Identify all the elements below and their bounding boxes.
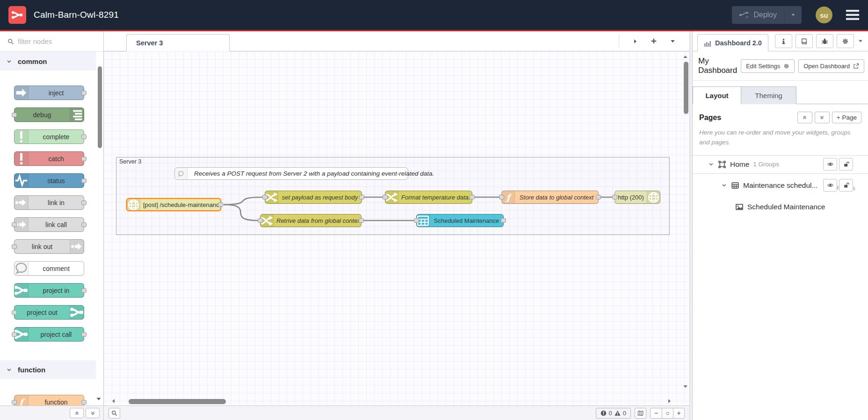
info-button[interactable] [775, 34, 792, 48]
node-port-out[interactable] [359, 195, 364, 199]
add-flow-button[interactable]: + [644, 36, 663, 47]
comment-node[interactable]: Receives a POST request from Server 2 wi… [174, 167, 408, 180]
node-port-in[interactable] [12, 244, 17, 249]
collapse-pages-button[interactable] [797, 112, 812, 123]
zoom-out-button[interactable]: − [651, 408, 662, 418]
node-catch[interactable]: catch [14, 151, 84, 166]
vscroll-thumb[interactable] [684, 62, 688, 114]
node-project-call[interactable]: project call [14, 327, 84, 342]
node-link-in[interactable]: link in [14, 195, 84, 210]
node-port-in[interactable] [12, 310, 17, 315]
node-port-out[interactable] [81, 332, 87, 337]
tab-layout[interactable]: Layout [693, 86, 741, 104]
deploy-options-button[interactable] [784, 6, 802, 24]
edit-settings-button[interactable]: Edit Settings [741, 59, 795, 73]
hscroll-left-arrow[interactable] [110, 398, 116, 404]
node-port-out[interactable] [218, 202, 223, 207]
node-retrive-data-from-global-context[interactable]: Retrive data from global context [260, 214, 362, 227]
gear-button[interactable] [837, 34, 854, 48]
flow-tab-server3[interactable]: Server 3 [126, 34, 230, 51]
node-port-out[interactable] [81, 288, 87, 293]
palette-category-common[interactable]: common [0, 52, 96, 71]
node-port-out[interactable] [81, 222, 87, 227]
canvas-search-button[interactable] [108, 408, 120, 419]
filter-nodes-input[interactable] [18, 37, 83, 45]
node-link-out[interactable]: link out [14, 239, 84, 254]
node-scheduled-maintenance[interactable]: Scheduled Maintenance [416, 214, 504, 227]
node-debug[interactable]: debug [14, 107, 84, 122]
node-format-temperature-data-[interactable]: Format temperature data. [385, 191, 472, 204]
node-complete[interactable]: complete [14, 129, 84, 144]
node-port-out[interactable] [81, 178, 87, 183]
node-port-out[interactable] [81, 157, 87, 161]
hamburger-menu-icon[interactable] [846, 10, 860, 20]
palette-category-function[interactable]: function [0, 360, 96, 379]
node-port-out[interactable] [81, 135, 87, 139]
node-inject[interactable]: inject [14, 85, 84, 100]
node-store-data-to-global-context[interactable]: ƒStore data to global context [501, 191, 599, 204]
node-set-payload-as-request-body[interactable]: set payload as request body [265, 191, 362, 204]
visibility-toggle-button[interactable] [823, 179, 837, 192]
node-project-in[interactable]: project in [14, 283, 84, 298]
user-avatar[interactable]: su [816, 7, 832, 23]
node-port-out[interactable] [81, 200, 87, 205]
node-comment[interactable]: comment [14, 261, 84, 276]
node-port-out[interactable] [359, 218, 364, 223]
node-port-in[interactable] [612, 195, 617, 199]
hscroll-right-arrow[interactable] [666, 398, 673, 404]
node-port-in[interactable] [12, 113, 17, 117]
node-http-200-[interactable]: http (200) [615, 191, 660, 204]
expand-all-categories-button[interactable] [86, 408, 100, 418]
node-link-call[interactable]: link call [14, 217, 84, 232]
chevron-down-icon[interactable] [709, 162, 714, 167]
node-port-out[interactable] [81, 400, 87, 405]
tree-item-home[interactable]: Home1 Groups [693, 155, 868, 174]
expand-pages-button[interactable] [815, 112, 830, 123]
node-port-in[interactable] [258, 218, 263, 223]
hscroll-thumb[interactable] [129, 399, 226, 404]
palette-scrollbar-thumb[interactable] [98, 66, 102, 148]
palette-filter[interactable] [0, 31, 103, 52]
open-dashboard-button[interactable]: Open Dashboard [798, 59, 864, 73]
vscroll-up-arrow[interactable] [682, 54, 688, 60]
node-port-in[interactable] [12, 400, 17, 405]
node-port-in[interactable] [383, 195, 388, 199]
tab-theming[interactable]: Theming [741, 86, 796, 104]
chevron-down-icon[interactable] [722, 183, 727, 188]
node-port-out[interactable] [596, 195, 601, 199]
sidebar-splitter[interactable] [689, 31, 693, 420]
next-tab-button[interactable] [626, 38, 644, 44]
node-port-in[interactable] [414, 218, 419, 223]
node-port-out[interactable] [501, 218, 506, 223]
node-status[interactable]: status [14, 173, 84, 188]
collapse-all-categories-button[interactable] [70, 408, 84, 418]
sidebar-tab-list-icon[interactable] [858, 38, 863, 44]
node-function[interactable]: ƒfunction [14, 395, 84, 406]
add-page-button[interactable]: + Page [832, 112, 861, 123]
zoom-reset-button[interactable]: ○ [662, 408, 673, 418]
tab-dashboard-2[interactable]: Dashboard 2.0 [697, 34, 768, 51]
node-port-in[interactable] [262, 195, 268, 199]
palette-scroll-down-icon[interactable] [95, 396, 102, 402]
vscroll-down-arrow[interactable] [682, 384, 688, 390]
node-port-out[interactable] [81, 91, 87, 95]
lock-toggle-button[interactable] [839, 158, 853, 171]
node--post-schedule-maintenance[interactable]: [post] /schedule-maintenance [126, 198, 221, 211]
flow-canvas[interactable]: Server 3 Receives a POST request from Se… [104, 51, 689, 406]
node-project-out[interactable]: project out [14, 305, 84, 320]
book-button[interactable] [796, 34, 813, 48]
visibility-toggle-button[interactable] [823, 158, 837, 171]
lock-toggle-button[interactable] [839, 179, 853, 192]
tree-item-scheduled-maintenance[interactable]: Scheduled Maintenance [693, 197, 868, 217]
node-port-in[interactable] [499, 195, 504, 199]
tab-list-button[interactable] [663, 38, 682, 44]
tree-item-maintenance-schedul-[interactable]: Maintenance schedul...1 Widgets [693, 174, 868, 197]
deploy-button[interactable]: Deploy [732, 6, 802, 24]
navigator-minimap-button[interactable] [635, 408, 646, 419]
node-port-out[interactable] [470, 195, 475, 199]
notifications-counter[interactable]: 0 0 [596, 408, 631, 419]
node-port-in[interactable] [12, 332, 17, 337]
bug-button[interactable] [816, 34, 833, 48]
zoom-in-button[interactable]: + [673, 408, 684, 418]
node-port-in[interactable] [12, 222, 17, 227]
